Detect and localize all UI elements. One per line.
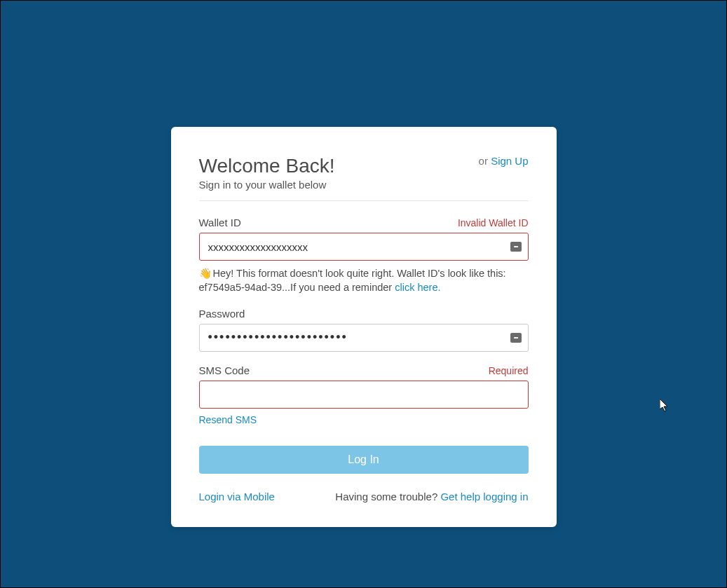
wallet-id-hint-text: Hey! This format doesn't look quite righ…: [199, 268, 506, 293]
wallet-id-label: Wallet ID: [199, 217, 241, 228]
login-via-mobile-link[interactable]: Login via Mobile: [199, 491, 275, 502]
credential-icon[interactable]: [510, 242, 522, 252]
wallet-id-group: Wallet ID Invalid Wallet ID 👋Hey! This f…: [199, 217, 529, 295]
footer: Login via Mobile Having some trouble? Ge…: [199, 491, 529, 502]
wallet-id-hint-link[interactable]: click here.: [395, 282, 440, 293]
header-right: or Sign Up: [479, 155, 529, 167]
page-title: Welcome Back!: [199, 155, 479, 177]
credential-icon[interactable]: [510, 333, 522, 343]
or-text: or: [479, 155, 488, 167]
login-card: Welcome Back! Sign in to your wallet bel…: [171, 127, 557, 527]
password-label: Password: [199, 308, 245, 320]
trouble-text: Having some trouble?: [335, 491, 437, 502]
sms-input-wrapper: [199, 381, 529, 409]
wallet-id-input[interactable]: [199, 233, 529, 261]
wave-emoji-icon: 👋: [199, 268, 212, 279]
sms-error: Required: [489, 365, 529, 376]
sms-group: SMS Code Required Resend SMS: [199, 364, 529, 426]
wallet-id-input-wrapper: [199, 233, 529, 261]
wallet-id-hint: 👋Hey! This format doesn't look quite rig…: [199, 266, 529, 295]
footer-right: Having some trouble? Get help logging in: [335, 491, 528, 502]
signup-link[interactable]: Sign Up: [491, 155, 528, 167]
password-group: Password: [199, 308, 529, 352]
sms-label: SMS Code: [199, 364, 250, 376]
password-label-row: Password: [199, 308, 529, 320]
header: Welcome Back! Sign in to your wallet bel…: [199, 155, 529, 201]
password-input-wrapper: [199, 324, 529, 352]
get-help-link[interactable]: Get help logging in: [440, 491, 528, 502]
wallet-id-label-row: Wallet ID Invalid Wallet ID: [199, 217, 529, 228]
login-button[interactable]: Log In: [199, 446, 529, 474]
header-left: Welcome Back! Sign in to your wallet bel…: [199, 155, 479, 191]
mouse-cursor-icon: [660, 399, 671, 413]
sms-label-row: SMS Code Required: [199, 364, 529, 376]
wallet-id-error: Invalid Wallet ID: [458, 217, 529, 228]
sms-input[interactable]: [199, 381, 529, 409]
resend-sms-link[interactable]: Resend SMS: [199, 414, 257, 425]
password-input[interactable]: [199, 324, 529, 352]
page-subtitle: Sign in to your wallet below: [199, 179, 479, 191]
